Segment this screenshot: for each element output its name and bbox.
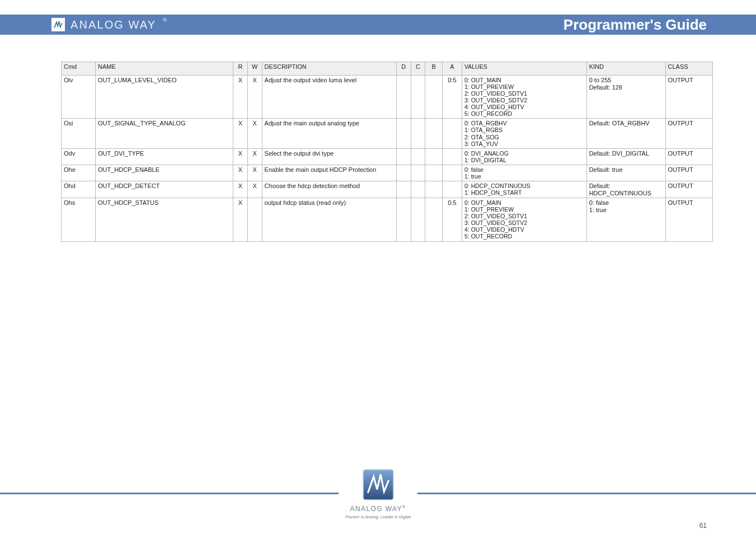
cell-d bbox=[396, 148, 411, 165]
th-vals: VALUES bbox=[462, 62, 587, 76]
cell-class: OUTPUT bbox=[665, 148, 712, 165]
cell-c bbox=[411, 76, 425, 119]
page-number: 61 bbox=[699, 522, 707, 530]
cell-desc: Select the output dvi type bbox=[262, 148, 396, 165]
cell-r: X bbox=[233, 198, 248, 241]
cell-c bbox=[411, 119, 425, 148]
cell-desc: output hdcp status (read only) bbox=[262, 198, 396, 241]
cell-w: X bbox=[247, 181, 262, 198]
cell-a bbox=[442, 148, 462, 165]
cell-a bbox=[442, 119, 462, 148]
footer-center: ANALOG WAY® Pioneer in Analog, Leader in… bbox=[345, 467, 411, 519]
cell-class: OUTPUT bbox=[665, 165, 712, 181]
th-desc: DESCRIPTION bbox=[262, 62, 396, 76]
cell-r: X bbox=[233, 76, 248, 119]
table-row: OsiOUT_SIGNAL_TYPE_ANALOGXXAdjust the ma… bbox=[62, 119, 713, 148]
cell-desc: Enable the main output HDCP Protection bbox=[262, 165, 396, 181]
table-row: OheOUT_HDCP_ENABLEXXEnable the main outp… bbox=[62, 165, 713, 181]
cell-a: 0:5 bbox=[442, 76, 462, 119]
brand-name: ANALOG WAY bbox=[71, 18, 156, 31]
cell-w: X bbox=[247, 119, 262, 148]
th-b: B bbox=[425, 62, 442, 76]
cell-name: OUT_HDCP_STATUS bbox=[95, 198, 233, 241]
cell-kind: Default: DVI_DIGITAL bbox=[586, 148, 665, 165]
cell-b bbox=[425, 119, 442, 148]
page-title: Programmer's Guide bbox=[564, 16, 707, 34]
cell-desc: Choose the hdcp detection method bbox=[262, 181, 396, 198]
footer-brand: ANALOG WAY bbox=[350, 505, 402, 513]
cell-class: OUTPUT bbox=[665, 198, 712, 241]
cell-class: OUTPUT bbox=[665, 76, 712, 119]
cell-kind: 0: false 1: true bbox=[586, 198, 665, 241]
cell-w: X bbox=[247, 165, 262, 181]
cell-kind: Default: HDCP_CONTINUOUS bbox=[586, 181, 665, 198]
cell-c bbox=[411, 165, 425, 181]
cell-vals: 0: HDCP_CONTINUOUS 1: HDCP_ON_START bbox=[462, 181, 587, 198]
header-left: ANALOG WAY ® bbox=[51, 18, 167, 31]
brand-reg: ® bbox=[163, 17, 167, 23]
cell-d bbox=[396, 165, 411, 181]
cell-name: OUT_LUMA_LEVEL_VIDEO bbox=[95, 76, 233, 119]
cell-name: OUT_HDCP_DETECT bbox=[95, 181, 233, 198]
cell-vals: 0: OTA_RGBHV 1: OTA_RGBS 2: OTA_SOG 3: O… bbox=[462, 119, 587, 148]
cell-c bbox=[411, 198, 425, 241]
cell-a bbox=[442, 181, 462, 198]
cell-vals: 0: false 1: true bbox=[462, 165, 587, 181]
cell-b bbox=[425, 76, 442, 119]
cell-desc: Adjust the output video luma level bbox=[262, 76, 396, 119]
footer-reg: ® bbox=[402, 505, 406, 509]
cell-kind: Default: OTA_RGBHV bbox=[586, 119, 665, 148]
logo-icon bbox=[51, 18, 65, 31]
footer-rule-left bbox=[0, 493, 339, 494]
table-row: OhsOUT_HDCP_STATUSXoutput hdcp status (r… bbox=[62, 198, 713, 241]
footer-tagline: Pioneer in Analog, Leader in Digital bbox=[345, 514, 411, 519]
cell-cmd: Ohs bbox=[62, 198, 96, 241]
th-a: A bbox=[442, 62, 462, 76]
cell-vals: 0: DVI_ANALOG 1: DVI_DIGITAL bbox=[462, 148, 587, 165]
th-c: C bbox=[411, 62, 425, 76]
cell-class: OUTPUT bbox=[665, 181, 712, 198]
cell-kind: Default: true bbox=[586, 165, 665, 181]
th-name: NAME bbox=[95, 62, 233, 76]
cell-name: OUT_DVI_TYPE bbox=[95, 148, 233, 165]
commands-table-wrap: Cmd NAME R W DESCRIPTION D C B A VALUES … bbox=[61, 62, 713, 242]
table-header-row: Cmd NAME R W DESCRIPTION D C B A VALUES … bbox=[62, 62, 713, 76]
cell-b bbox=[425, 181, 442, 198]
cell-cmd: Olv bbox=[62, 76, 96, 119]
cell-cmd: Ohe bbox=[62, 165, 96, 181]
cell-a bbox=[442, 165, 462, 181]
th-w: W bbox=[247, 62, 262, 76]
cell-cmd: Odv bbox=[62, 148, 96, 165]
cell-vals: 0: OUT_MAIN 1: OUT_PREVIEW 2: OUT_VIDEO_… bbox=[462, 198, 587, 241]
cell-class: OUTPUT bbox=[665, 119, 712, 148]
table-row: OlvOUT_LUMA_LEVEL_VIDEOXXAdjust the outp… bbox=[62, 76, 713, 119]
cell-d bbox=[396, 76, 411, 119]
cell-b bbox=[425, 198, 442, 241]
th-kind: KIND bbox=[586, 62, 665, 76]
cell-r: X bbox=[233, 165, 248, 181]
cell-kind: 0 to 255 Default: 128 bbox=[586, 76, 665, 119]
cell-r: X bbox=[233, 148, 248, 165]
cell-r: X bbox=[233, 119, 248, 148]
cell-d bbox=[396, 119, 411, 148]
cell-cmd: Ohd bbox=[62, 181, 96, 198]
table-row: OdvOUT_DVI_TYPEXXSelect the output dvi t… bbox=[62, 148, 713, 165]
th-cmd: Cmd bbox=[62, 62, 96, 76]
cell-b bbox=[425, 148, 442, 165]
cell-a: 0:5 bbox=[442, 198, 462, 241]
cell-c bbox=[411, 181, 425, 198]
cell-d bbox=[396, 198, 411, 241]
cell-w: X bbox=[247, 148, 262, 165]
th-r: R bbox=[233, 62, 248, 76]
th-class: CLASS bbox=[665, 62, 712, 76]
cell-d bbox=[396, 181, 411, 198]
header-bar: ANALOG WAY ® Programmer's Guide bbox=[0, 15, 756, 35]
cell-r: X bbox=[233, 181, 248, 198]
commands-table: Cmd NAME R W DESCRIPTION D C B A VALUES … bbox=[61, 62, 713, 242]
cell-desc: Adjust the main output analog type bbox=[262, 119, 396, 148]
footer-rule-right bbox=[417, 493, 756, 494]
cell-vals: 0: OUT_MAIN 1: OUT_PREVIEW 2: OUT_VIDEO_… bbox=[462, 76, 587, 119]
footer-logo-icon bbox=[361, 467, 396, 502]
table-row: OhdOUT_HDCP_DETECTXXChoose the hdcp dete… bbox=[62, 181, 713, 198]
th-d: D bbox=[396, 62, 411, 76]
